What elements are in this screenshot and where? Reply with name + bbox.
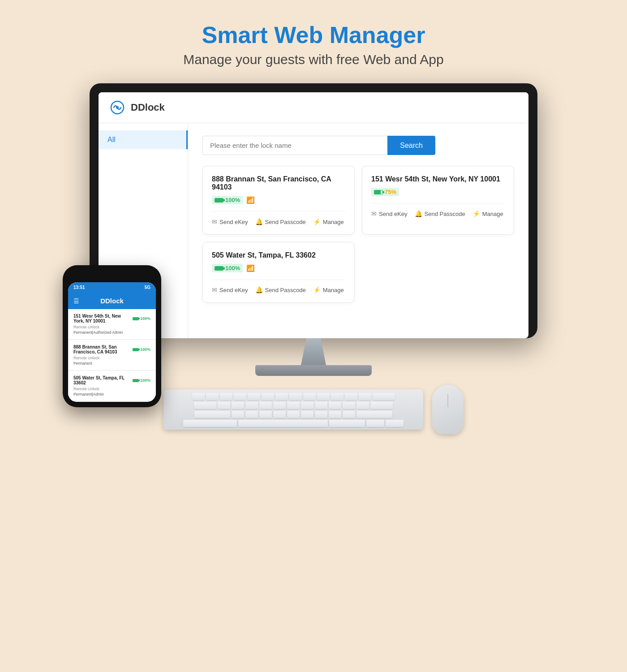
card-address-3: 505 Water St, Tampa, FL 33602 <box>212 251 345 259</box>
card-divider-1 <box>212 211 345 212</box>
send-passcode-btn-3[interactable]: 🔔 Send Passcode <box>255 286 306 293</box>
battery-bar-1 <box>215 198 223 202</box>
page-header: Smart Web Manager Manage your guests wit… <box>174 0 452 83</box>
lock-card-1: 888 Brannan St, San Francisco, CA 94103 … <box>202 166 355 235</box>
key-row-2 <box>167 402 420 409</box>
key <box>329 411 341 418</box>
scene-container: DDlock All Search <box>45 83 582 434</box>
card-status-2: 75% <box>371 188 505 196</box>
manage-btn-1[interactable]: ⚡ Manage <box>313 218 344 225</box>
key <box>234 393 246 400</box>
keyboard <box>163 389 423 430</box>
key <box>303 393 316 400</box>
send-passcode-btn-2[interactable]: 🔔 Send Passcode <box>415 210 465 217</box>
battery-icon-2: 75% <box>371 188 399 196</box>
key <box>373 393 395 400</box>
monitor-screen: DDlock All Search <box>99 92 528 338</box>
phone-battery-fill-3 <box>133 379 138 382</box>
page-subtitle: Manage your guests with free Web and App <box>183 52 443 67</box>
key <box>359 393 371 400</box>
sidebar-item-all[interactable]: All <box>99 130 188 149</box>
key <box>287 402 300 409</box>
phone-item-top-2: 888 Brannan St, San Francisco, CA 94103 … <box>73 345 150 354</box>
card-divider-2 <box>371 203 505 204</box>
manage-btn-3[interactable]: ⚡ Manage <box>313 286 344 293</box>
key <box>206 393 219 400</box>
phone-notch <box>94 271 130 280</box>
send-ekey-btn-3[interactable]: ✉ Send eKey <box>212 286 248 293</box>
manage-icon-1: ⚡ <box>313 218 321 225</box>
phone-list: 151 Wesr 54th St, New York, NY 10001 100… <box>68 309 156 401</box>
key <box>315 402 327 409</box>
phone-item-battery-3: 100% <box>133 378 150 383</box>
ddlock-logo-icon <box>109 99 125 116</box>
lock-card-3: 505 Water St, Tampa, FL 33602 100% 📶 <box>202 242 355 303</box>
key <box>273 411 286 418</box>
key-row-4 <box>167 420 420 427</box>
manage-btn-2[interactable]: ⚡ Manage <box>472 210 503 217</box>
key <box>220 393 232 400</box>
search-input[interactable] <box>202 136 387 155</box>
battery-fill-2 <box>374 190 381 194</box>
battery-pct-1: 100% <box>225 197 240 203</box>
phone-time: 13:51 <box>73 285 85 290</box>
phone-status-bar: 13:51 5G <box>68 282 156 293</box>
phone-menu-icon[interactable]: ☰ <box>73 297 79 305</box>
phone-list-item-3[interactable]: 505 Water St, Tampa, FL 33602 100% Remot… <box>68 371 156 401</box>
svg-point-1 <box>116 106 119 109</box>
phone-item-type-1: Remote Unlock <box>73 325 150 329</box>
key-row-1 <box>167 393 420 400</box>
ekey-icon-2: ✉ <box>371 210 377 217</box>
battery-bar-2 <box>374 190 383 194</box>
key <box>232 402 244 409</box>
search-button[interactable]: Search <box>387 136 435 155</box>
key <box>317 393 330 400</box>
key <box>329 402 341 409</box>
key <box>192 393 205 400</box>
key <box>287 411 300 418</box>
key <box>370 402 393 409</box>
card-status-1: 100% 📶 <box>212 196 345 204</box>
key <box>245 402 258 409</box>
lock-card-2: 151 Wesr 54th St, New York, NY 10001 75% <box>362 166 514 235</box>
phone-item-top-3: 505 Water St, Tampa, FL 33602 100% <box>73 375 150 385</box>
card-actions-1: ✉ Send eKey 🔔 Send Passcode ⚡ <box>212 218 345 225</box>
wifi-icon-1: 📶 <box>246 196 255 204</box>
ekey-icon-1: ✉ <box>212 218 217 225</box>
key <box>262 393 274 400</box>
key <box>232 411 244 418</box>
monitor-content: All Search <box>99 123 528 338</box>
phone-list-item-2[interactable]: 888 Brannan St, San Francisco, CA 94103 … <box>68 340 156 370</box>
key <box>386 420 404 427</box>
key <box>366 420 384 427</box>
app-header: DDlock <box>99 92 528 123</box>
send-passcode-btn-1[interactable]: 🔔 Send Passcode <box>255 218 306 225</box>
phone-item-address-3: 505 Water St, Tampa, FL 33602 <box>73 375 133 385</box>
passcode-icon-2: 🔔 <box>415 210 422 217</box>
send-ekey-btn-2[interactable]: ✉ Send eKey <box>371 210 408 217</box>
phone-list-item-1[interactable]: 151 Wesr 54th St, New York, NY 10001 100… <box>68 309 156 340</box>
phone-header: ☰ DDlock <box>68 293 156 309</box>
key <box>194 411 230 418</box>
card-status-3: 100% 📶 <box>212 264 345 272</box>
key <box>273 402 286 409</box>
key <box>248 393 260 400</box>
key <box>315 411 327 418</box>
card-address-2: 151 Wesr 54th St, New York, NY 10001 <box>371 175 505 183</box>
phone-item-top-1: 151 Wesr 54th St, New York, NY 10001 100… <box>73 314 150 323</box>
spacebar <box>183 420 237 427</box>
key <box>345 393 357 400</box>
locks-grid: 888 Brannan St, San Francisco, CA 94103 … <box>202 166 514 303</box>
key <box>301 402 314 409</box>
ekey-icon-3: ✉ <box>212 286 217 293</box>
phone-signal: 5G <box>145 285 150 290</box>
phone-item-battery-2: 100% <box>133 347 150 352</box>
battery-pct-3: 100% <box>225 265 240 271</box>
card-address-1: 888 Brannan St, San Francisco, CA 94103 <box>212 175 345 191</box>
key <box>289 393 302 400</box>
phone-battery-dot-1 <box>133 317 139 320</box>
manage-icon-3: ⚡ <box>313 286 321 293</box>
send-ekey-btn-1[interactable]: ✉ Send eKey <box>212 218 248 225</box>
battery-fill-3 <box>215 267 223 270</box>
monitor-stand-base <box>255 365 372 376</box>
